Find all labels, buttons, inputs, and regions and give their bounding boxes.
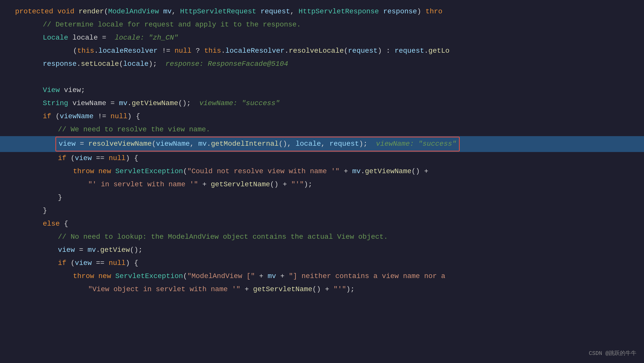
code-token: ( [104, 6, 108, 17]
code-token: setLocale [81, 58, 119, 70]
code-token: ) { [127, 111, 140, 122]
code-line-4: (this.localeResolver != null ? this.loca… [0, 44, 644, 57]
code-token: . [127, 98, 132, 109]
code-token: ( [66, 153, 75, 164]
code-token: getModelInternal [211, 140, 279, 148]
code-token: String [43, 98, 68, 109]
code-token: HttpServletResponse [299, 6, 379, 17]
code-token: getLo [428, 45, 450, 57]
code-token: viewName: "success" [376, 140, 456, 148]
code-token: ServletException [115, 271, 183, 282]
code-token: = [76, 140, 88, 148]
code-token: mv [163, 6, 172, 17]
code-token: request [348, 45, 378, 57]
code-token: viewName [60, 111, 93, 122]
code-line-8: String viewName = mv.getViewName(); view… [0, 97, 644, 110]
code-token: + [276, 271, 289, 282]
code-token: response: ResponseFacade@5104 [165, 58, 288, 70]
code-line-9: if (viewName != null) { [0, 110, 644, 123]
code-token: (); [130, 245, 142, 256]
code-token: , [290, 6, 299, 17]
code-token: "' in servlet with name '" [88, 179, 198, 190]
code-line-11: view = resolveViewName(viewName, mv.getM… [0, 136, 644, 152]
code-token: ( [152, 140, 156, 148]
code-line-3: Locale locale = locale: "zh_CN" [0, 31, 644, 44]
code-token [368, 140, 376, 148]
code-token: if [43, 111, 51, 122]
code-token: mv [119, 98, 127, 109]
code-token: ( [119, 58, 123, 70]
code-token: { [60, 218, 68, 230]
code-token: // Determine locale for request and appl… [43, 19, 301, 31]
code-token: viewName = [68, 98, 119, 109]
code-token: "] neither contains a view name nor a [289, 271, 445, 282]
code-token: (); [178, 98, 199, 109]
code-token: resolveLocale [289, 45, 344, 57]
code-token: else [43, 218, 60, 230]
code-line-16: } [0, 204, 644, 218]
code-token: viewName: "success" [199, 98, 280, 109]
code-token: + [198, 179, 211, 190]
code-token: null [111, 111, 127, 122]
code-token: mv [268, 271, 276, 282]
code-line-6 [0, 71, 644, 84]
code-token: + [255, 271, 268, 282]
code-line-7: View view; [0, 84, 644, 97]
code-token: view [75, 153, 92, 164]
code-token: mv [88, 245, 96, 256]
code-line-10: // We need to resolve the view name. [0, 123, 644, 136]
code-token: ) { [126, 153, 138, 164]
code-token: mv [352, 166, 361, 177]
code-token: ); [149, 58, 165, 70]
code-token: ModelAndView [108, 6, 159, 17]
code-token: == [92, 258, 109, 269]
code-token: // We need to resolve the view name. [58, 124, 210, 135]
code-token: ) [417, 6, 425, 17]
code-line-12: if (view == null) { [0, 152, 644, 165]
code-token: "View object in servlet with name '" [88, 284, 240, 295]
code-token: } [43, 205, 47, 217]
code-token: this [204, 45, 221, 57]
code-token: , [172, 6, 180, 17]
code-token: , [190, 140, 198, 148]
code-token: != [158, 45, 174, 57]
code-line-2: // Determine locale for request and appl… [0, 18, 644, 31]
code-token: "'" [334, 284, 346, 295]
code-token: ) : [378, 45, 395, 57]
code-token: . [207, 140, 211, 148]
code-token: getServletName [211, 179, 270, 190]
code-token: view [58, 245, 75, 256]
code-token: this [77, 45, 94, 57]
code-line-17: else { [0, 218, 644, 231]
code-token: request [329, 140, 359, 148]
code-token: () + [270, 179, 291, 190]
code-line-13: throw new ServletException("Could not re… [0, 165, 644, 178]
code-token: ); [346, 284, 355, 295]
code-token: ? [192, 45, 204, 57]
code-token: locale: "zh_CN" [111, 32, 178, 44]
code-token: ( [344, 45, 348, 57]
code-token: HttpServletRequest [180, 6, 256, 17]
code-editor: protected void render(ModelAndView mv, H… [0, 0, 644, 363]
code-token: "ModelAndView [" [187, 271, 255, 282]
code-token: resolveViewName [88, 140, 152, 148]
code-token: thro [425, 6, 442, 17]
code-line-21: throw new ServletException("ModelAndView… [0, 270, 644, 283]
code-token: = [75, 245, 87, 256]
code-token: view [59, 140, 76, 148]
code-line-20: if (view == null) { [0, 257, 644, 270]
code-token: if [58, 258, 66, 269]
code-token: View [43, 85, 60, 96]
code-token [256, 6, 261, 17]
code-token: . [284, 45, 289, 57]
code-token: localeResolver [98, 45, 158, 57]
code-token: . [77, 58, 81, 70]
code-token: ServletException [115, 166, 183, 177]
code-token: ( [183, 166, 187, 177]
code-token [159, 6, 163, 17]
code-line-19: view = mv.getView(); [0, 244, 644, 257]
code-token: locale = [68, 32, 111, 44]
code-token: throw new [73, 271, 115, 282]
code-token: ( [73, 45, 77, 57]
code-token: . [424, 45, 428, 57]
